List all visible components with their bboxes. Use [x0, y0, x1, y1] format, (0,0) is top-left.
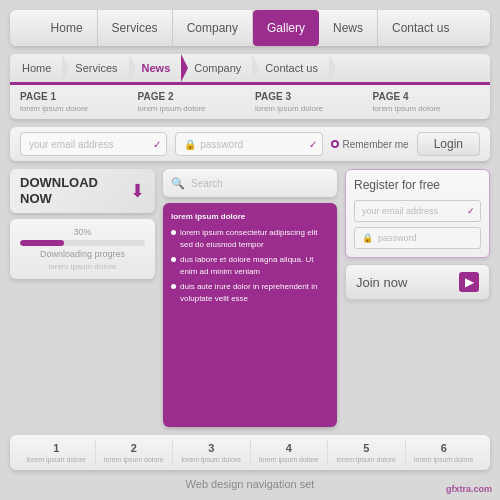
- nav-page-item[interactable]: PAGE 4lorem ipsum dolore: [373, 91, 481, 113]
- nav-item-services[interactable]: Services: [98, 10, 173, 46]
- page-number: 4: [286, 442, 292, 454]
- content-box: lorem ipsum dolorelorem ipsum consectetu…: [163, 203, 337, 427]
- middle-column: 🔍 Search lorem ipsum dolorelorem ipsum c…: [163, 169, 337, 427]
- nav-item-gallery[interactable]: Gallery: [253, 10, 319, 46]
- content-bullet: dus labore et dolore magna aliqua. Ut en…: [171, 254, 329, 278]
- nav-item-contact-us[interactable]: Contact us: [378, 10, 463, 46]
- page-sub: lorem ipsum dolore: [20, 104, 128, 113]
- nav-tab-contact-us[interactable]: Contact us: [253, 54, 330, 82]
- remember-me[interactable]: Remember me: [331, 139, 409, 150]
- pagination-item[interactable]: 4lorem ipsum dolore: [251, 440, 329, 465]
- content-bullet: lorem ipsum consectetur adipiscing elit …: [171, 227, 329, 251]
- pagination-item[interactable]: 3lorem ipsum dolore: [173, 440, 251, 465]
- pagination-item[interactable]: 6lorem ipsum dolore: [406, 440, 483, 465]
- bottom-section: DOWNLOAD NOW ⬇ 30% Downloading progres l…: [10, 169, 490, 427]
- check-icon: ✓: [153, 139, 161, 150]
- footer: Web design navigation set: [186, 478, 315, 490]
- pagination-item[interactable]: 5lorem ipsum dolore: [328, 440, 406, 465]
- page-sub: lorem ipsum dolore: [138, 104, 246, 113]
- radio-dot: [331, 140, 339, 148]
- login-bar: your email address ✓ 🔒 password ✓ Rememb…: [10, 127, 490, 161]
- bullet-icon: [171, 284, 176, 289]
- login-button[interactable]: Login: [417, 132, 480, 156]
- email-placeholder: your email address: [29, 139, 113, 150]
- nav-tabs-row: HomeServicesNewsCompanyContact us: [10, 54, 490, 82]
- bullet-icon: [171, 230, 176, 235]
- nav-tab-news[interactable]: News: [130, 54, 183, 82]
- download-box[interactable]: DOWNLOAD NOW ⬇: [10, 169, 155, 213]
- page-item-sub: lorem ipsum dolore: [104, 456, 164, 463]
- watermark: gfxtra.com: [446, 484, 492, 494]
- nav-page-item[interactable]: PAGE 1lorem ipsum dolore: [20, 91, 128, 113]
- page-number: 5: [363, 442, 369, 454]
- lock-icon: 🔒: [184, 139, 196, 150]
- reg-lock-icon: 🔒: [362, 233, 373, 243]
- register-box: Register for free your email address ✓ 🔒…: [345, 169, 490, 258]
- bullet-text: lorem ipsum consectetur adipiscing elit …: [180, 227, 329, 251]
- progress-track: [20, 240, 145, 246]
- bullet-text: dus labore et dolore magna aliqua. Ut en…: [180, 254, 329, 278]
- page-item-sub: lorem ipsum dolore: [414, 456, 474, 463]
- progress-box: 30% Downloading progres lorem ipsum dolo…: [10, 219, 155, 279]
- password-placeholder: password: [200, 139, 243, 150]
- progress-fill: [20, 240, 64, 246]
- join-arrow-icon: ▶: [459, 272, 479, 292]
- nav-tab-home[interactable]: Home: [10, 54, 63, 82]
- page-label: PAGE 3: [255, 91, 363, 102]
- password-input[interactable]: 🔒 password ✓: [175, 132, 322, 156]
- remember-label: Remember me: [343, 139, 409, 150]
- register-email-input[interactable]: your email address ✓: [354, 200, 481, 222]
- register-email-placeholder: your email address: [362, 206, 438, 216]
- page-number: 6: [441, 442, 447, 454]
- page-item-sub: lorem ipsum dolore: [181, 456, 241, 463]
- download-line1: DOWNLOAD: [20, 175, 124, 191]
- footer-caption: Web design navigation set: [186, 478, 315, 490]
- progress-sub: lorem ipsum dolore: [20, 262, 145, 271]
- join-label: Join now: [356, 275, 407, 290]
- nav-item-home[interactable]: Home: [37, 10, 98, 46]
- page-sub: lorem ipsum dolore: [373, 104, 481, 113]
- download-text-block: DOWNLOAD NOW: [20, 175, 124, 206]
- nav-page-item[interactable]: PAGE 2lorem ipsum dolore: [138, 91, 246, 113]
- pagination-bar: 1lorem ipsum dolore2lorem ipsum dolore3l…: [10, 435, 490, 470]
- join-button[interactable]: Join now ▶: [345, 264, 490, 300]
- page-label: PAGE 4: [373, 91, 481, 102]
- register-password-input[interactable]: 🔒 password: [354, 227, 481, 249]
- progress-title: 30%: [20, 227, 145, 237]
- progress-label: Downloading progres: [20, 249, 145, 259]
- page-item-sub: lorem ipsum dolore: [259, 456, 319, 463]
- content-title: lorem ipsum dolore: [171, 211, 329, 223]
- page-label: PAGE 2: [138, 91, 246, 102]
- content-bullet: duis aute irure dolor in reprehenderit i…: [171, 281, 329, 305]
- nav-bar-1: HomeServicesCompanyGalleryNewsContact us: [10, 10, 490, 46]
- nav-page-item[interactable]: PAGE 3lorem ipsum dolore: [255, 91, 363, 113]
- email-input[interactable]: your email address ✓: [20, 132, 167, 156]
- bullet-icon: [171, 257, 176, 262]
- nav-bar-2: HomeServicesNewsCompanyContact us PAGE 1…: [10, 54, 490, 119]
- register-password-placeholder: password: [378, 233, 417, 243]
- search-placeholder: Search: [191, 178, 223, 189]
- download-line2: NOW: [20, 191, 124, 207]
- pagination-item[interactable]: 2lorem ipsum dolore: [96, 440, 174, 465]
- bullet-text: duis aute irure dolor in reprehenderit i…: [180, 281, 329, 305]
- nav-tab-company[interactable]: Company: [182, 54, 253, 82]
- nav-tab-services[interactable]: Services: [63, 54, 129, 82]
- page-number: 2: [131, 442, 137, 454]
- page-number: 1: [53, 442, 59, 454]
- check-icon-2: ✓: [309, 139, 317, 150]
- nav-pages-row: PAGE 1lorem ipsum dolorePAGE 2lorem ipsu…: [10, 82, 490, 119]
- register-title: Register for free: [354, 178, 481, 192]
- pagination-item[interactable]: 1lorem ipsum dolore: [18, 440, 96, 465]
- left-column: DOWNLOAD NOW ⬇ 30% Downloading progres l…: [10, 169, 155, 427]
- download-icon: ⬇: [130, 182, 145, 200]
- nav-item-company[interactable]: Company: [173, 10, 253, 46]
- search-icon: 🔍: [171, 177, 185, 190]
- page-item-sub: lorem ipsum dolore: [336, 456, 396, 463]
- page-number: 3: [208, 442, 214, 454]
- search-box[interactable]: 🔍 Search: [163, 169, 337, 197]
- page-sub: lorem ipsum dolore: [255, 104, 363, 113]
- nav-item-news[interactable]: News: [319, 10, 378, 46]
- page-label: PAGE 1: [20, 91, 128, 102]
- right-column: Register for free your email address ✓ 🔒…: [345, 169, 490, 427]
- reg-check-icon: ✓: [467, 206, 475, 216]
